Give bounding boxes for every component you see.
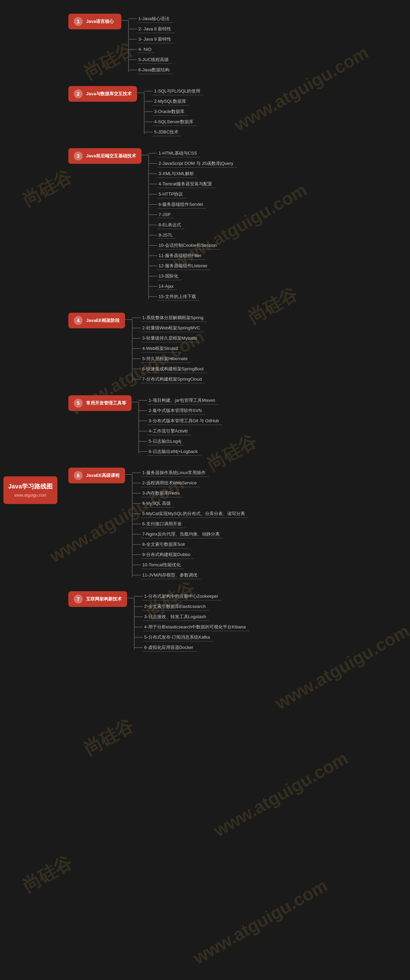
item-row-1-2: 2- Java 8 新特性 xyxy=(128,24,175,34)
node-number-1: 1 xyxy=(74,17,83,26)
branch-text-3-2: 2-JavaScript DOM 与 JS函数库jQuery xyxy=(157,160,237,168)
item-row-3-12: 12-服务器端组件Listener xyxy=(148,261,237,271)
branch-hline-3-2 xyxy=(148,163,157,164)
branch-text-6-9: 9-分布式构建框架Dubbo xyxy=(141,551,194,559)
branch-hline-6-8 xyxy=(132,544,141,545)
branch-hline-7-6 xyxy=(134,647,143,648)
item-row-3-9: 9-JSTL xyxy=(148,230,237,240)
node-box-5: 5常用开发管理工具等 xyxy=(69,395,132,411)
branch-hline-6-3 xyxy=(132,493,141,493)
branch-hline-2-4 xyxy=(144,121,153,122)
branch-text-3-15: 15-文件的上传下载 xyxy=(157,293,199,301)
item-row-6-6: 6-支付接口调用开发 xyxy=(132,519,248,529)
item-row-3-13: 13-国际化 xyxy=(148,271,237,281)
item-row-4-2: 2-轻量级Web框架SpringMVC xyxy=(132,323,207,333)
item-row-5-1: 1-项目构建、jar包管理工具Maven xyxy=(138,395,222,406)
hconn-2 xyxy=(137,92,144,93)
branch-hline-3-7 xyxy=(148,214,157,215)
item-row-1-1: 1-Java核心语法 xyxy=(128,14,175,24)
node-label-7: 互联网架构新技术 xyxy=(86,596,122,602)
node-number-2: 2 xyxy=(74,89,83,98)
item-row-3-4: 4-Tomcat服务器安装与配置 xyxy=(148,179,237,189)
item-row-2-2: 2-MySQL数据库 xyxy=(144,96,204,107)
branch-hline-3-14 xyxy=(148,286,157,287)
branch-hline-6-11 xyxy=(132,575,141,576)
branch-text-6-4: 4-MySQL 高级 xyxy=(141,500,174,508)
item-row-5-5: 5-日志输出Log4j xyxy=(138,436,222,447)
item-row-2-1: 1-SQL与PL/SQL的使用 xyxy=(144,86,204,96)
item-row-3-5: 5-HTTP协议 xyxy=(148,189,237,199)
hconn-7 xyxy=(127,598,134,598)
branch-hline-3-15 xyxy=(148,296,157,297)
node-number-5: 5 xyxy=(74,399,83,407)
item-row-7-6: 6-虚拟化应用容器Docker xyxy=(134,643,249,653)
branch-text-3-1: 1-HTML基础与CSS xyxy=(157,150,201,158)
branch-text-3-8: 8-EL表达式 xyxy=(157,221,185,229)
item-row-1-4: 4- NIO xyxy=(128,45,175,55)
item-row-6-4: 4-MySQL 高级 xyxy=(132,498,248,509)
items-col-1: 1-Java核心语法2- Java 8 新特性3- Java 9 新特性4- N… xyxy=(128,14,175,75)
branch-text-5-2: 2-集中式版本管理软件SVN xyxy=(147,407,205,415)
branch-hline-6-10 xyxy=(132,565,141,565)
item-row-5-2: 2-集中式版本管理软件SVN xyxy=(138,406,222,416)
branch-text-3-10: 10-会话控制Cookie和Session xyxy=(157,242,220,250)
hconn-5 xyxy=(132,402,138,402)
branch-hline-7-5 xyxy=(134,637,143,638)
node-box-3: 3Java前后端交互基础技术 xyxy=(69,148,142,164)
branch-text-6-5: 5-MyCat实现MySQL的分布式、分库分表、读写分离 xyxy=(141,510,248,518)
branch-hline-6-7 xyxy=(132,534,141,535)
branch-hline-2-5 xyxy=(144,132,153,132)
branch-hline-6-4 xyxy=(132,503,141,504)
branch-text-2-2: 2-MySQL数据库 xyxy=(153,98,190,105)
node-number-3: 3 xyxy=(74,151,83,161)
item-row-2-4: 4-SQLServer数据库 xyxy=(144,117,204,127)
branch-text-6-11: 11-JVM内存模型、参数调优 xyxy=(141,571,201,579)
branch-hline-4-6 xyxy=(132,369,141,369)
item-row-3-7: 7-JSP xyxy=(148,210,237,220)
node-label-2: Java与数据库交互技术 xyxy=(86,91,132,97)
item-row-6-5: 5-MyCat实现MySQL的分布式、分库分表、读写分离 xyxy=(132,509,248,519)
items-col-7: 1-分布式架构中的注册中心Zookeeper2-全文索引数据库Elasticse… xyxy=(134,591,249,653)
branch-text-4-5: 5-持久层框架Hibernate xyxy=(141,355,191,363)
branch-text-5-6: 6-日志输出slf4j+Logback xyxy=(147,448,201,456)
branch-text-3-3: 3-XML与XML解析 xyxy=(157,170,198,178)
items-col-4: 1-系统整体分层解耦框架Spring2-轻量级Web框架SpringMVC3-轻… xyxy=(132,313,207,384)
item-row-4-5: 5-持久层框架Hibernate xyxy=(132,354,207,364)
branch-hline-3-5 xyxy=(148,194,157,194)
item-row-4-3: 3-轻量级持久层框架Mybatis xyxy=(132,333,207,344)
branch-text-3-7: 7-JSP xyxy=(157,211,174,218)
branch-hline-1-6 xyxy=(128,70,137,70)
item-row-3-11: 11-服务器端组件Filter xyxy=(148,251,237,261)
branch-hline-3-1 xyxy=(148,153,157,154)
branch-hline-4-2 xyxy=(132,328,141,328)
mindmap-container: 1Java语言核心1-Java核心语法2- Java 8 新特性3- Java … xyxy=(69,0,407,677)
node-box-2: 2Java与数据库交互技术 xyxy=(69,86,137,102)
item-row-2-5: 5-JDBC技术 xyxy=(144,127,204,137)
branch-hline-6-5 xyxy=(132,513,141,514)
item-row-1-6: 6-Java数据结构 xyxy=(128,65,175,75)
item-row-6-3: 3-内存数据库Redis xyxy=(132,488,248,498)
item-row-3-14: 14-Ajax xyxy=(148,281,237,291)
item-row-1-5: 5-JUC线程高级 xyxy=(128,55,175,65)
item-row-3-3: 3-XML与XML解析 xyxy=(148,169,237,179)
branch-text-4-6: 6-快速集成构建框架SpringBoot xyxy=(141,365,207,373)
branch-hline-7-3 xyxy=(134,616,143,617)
item-row-4-1: 1-系统整体分层解耦框架Spring xyxy=(132,313,207,323)
brand-label: Java学习路线图 www.atguigu.com xyxy=(3,476,57,504)
branch-hline-4-1 xyxy=(132,317,141,318)
item-row-5-3: 3-分布式版本管理工具Git 与 GitHub xyxy=(138,416,222,426)
item-row-6-1: 1-服务器操作系统Linux常用操作 xyxy=(132,468,248,478)
branch-hline-4-5 xyxy=(132,358,141,359)
branch-hline-3-13 xyxy=(148,276,157,277)
branch-text-7-5: 5-分布式发布-订阅消息系统Kafka xyxy=(143,633,213,641)
branch-text-6-6: 6-支付接口调用开发 xyxy=(141,520,185,528)
branch-hline-5-2 xyxy=(138,410,147,411)
branch-text-6-1: 1-服务器操作系统Linux常用操作 xyxy=(141,469,209,477)
branch-text-7-4: 4-用于分析elasticsearch中数据的可视化平台Kibana xyxy=(143,623,249,631)
branch-text-1-2: 2- Java 8 新特性 xyxy=(137,25,175,33)
section-3: 3Java前后端交互基础技术1-HTML基础与CSS2-JavaScript D… xyxy=(69,148,407,302)
branch-hline-1-5 xyxy=(128,59,137,60)
node-box-7: 7互联网架构新技术 xyxy=(69,591,127,607)
branch-text-6-8: 8-全文索引数据库Solr xyxy=(141,541,188,549)
branch-text-4-4: 4-Web框架Struts2 xyxy=(141,345,182,353)
